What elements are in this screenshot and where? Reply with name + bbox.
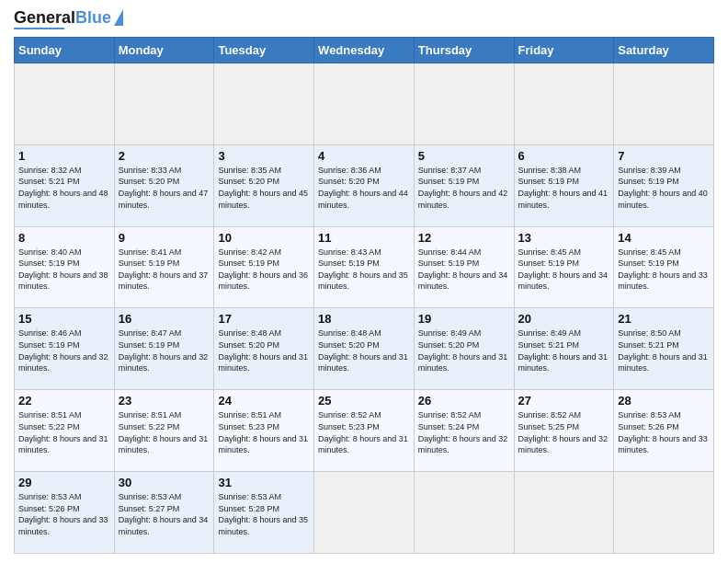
calendar-cell: 31Sunrise: 8:53 AMSunset: 5:28 PMDayligh… bbox=[214, 472, 314, 554]
calendar-cell: 1Sunrise: 8:32 AMSunset: 5:21 PMDaylight… bbox=[15, 144, 115, 226]
calendar-week-3: 15Sunrise: 8:46 AMSunset: 5:19 PMDayligh… bbox=[15, 308, 714, 390]
header: GeneralBlue bbox=[14, 9, 714, 29]
calendar-cell bbox=[514, 63, 614, 145]
calendar-cell: 14Sunrise: 8:45 AMSunset: 5:19 PMDayligh… bbox=[614, 226, 714, 308]
cell-details: Sunrise: 8:48 AMSunset: 5:20 PMDaylight:… bbox=[318, 328, 408, 373]
calendar-cell bbox=[414, 472, 514, 554]
calendar-cell: 18Sunrise: 8:48 AMSunset: 5:20 PMDayligh… bbox=[314, 308, 415, 390]
calendar-week-1: 1Sunrise: 8:32 AMSunset: 5:21 PMDaylight… bbox=[15, 144, 714, 226]
cell-details: Sunrise: 8:36 AMSunset: 5:20 PMDaylight:… bbox=[318, 166, 408, 210]
calendar-cell: 13Sunrise: 8:45 AMSunset: 5:19 PMDayligh… bbox=[514, 226, 614, 308]
calendar-cell: 7Sunrise: 8:39 AMSunset: 5:19 PMDaylight… bbox=[614, 144, 714, 226]
day-number: 20 bbox=[518, 312, 610, 326]
calendar-cell bbox=[15, 63, 115, 145]
day-number: 10 bbox=[218, 231, 310, 245]
day-number: 1 bbox=[18, 149, 110, 163]
calendar-cell bbox=[414, 63, 514, 145]
cell-details: Sunrise: 8:50 AMSunset: 5:21 PMDaylight:… bbox=[618, 328, 708, 373]
cell-details: Sunrise: 8:52 AMSunset: 5:25 PMDaylight:… bbox=[518, 410, 609, 454]
cell-details: Sunrise: 8:45 AMSunset: 5:19 PMDaylight:… bbox=[618, 247, 708, 292]
calendar-cell bbox=[214, 63, 314, 145]
cell-details: Sunrise: 8:52 AMSunset: 5:24 PMDaylight:… bbox=[418, 410, 508, 454]
calendar-cell bbox=[314, 63, 415, 145]
calendar-cell: 12Sunrise: 8:44 AMSunset: 5:19 PMDayligh… bbox=[414, 226, 514, 308]
day-number: 7 bbox=[618, 149, 710, 163]
day-number: 2 bbox=[119, 149, 210, 163]
calendar-cell: 6Sunrise: 8:38 AMSunset: 5:19 PMDaylight… bbox=[514, 144, 614, 226]
calendar-cell: 16Sunrise: 8:47 AMSunset: 5:19 PMDayligh… bbox=[114, 308, 214, 390]
cell-details: Sunrise: 8:49 AMSunset: 5:21 PMDaylight:… bbox=[518, 328, 609, 373]
calendar-cell bbox=[314, 472, 415, 554]
day-header-monday: Monday bbox=[114, 38, 214, 63]
calendar-cell: 4Sunrise: 8:36 AMSunset: 5:20 PMDaylight… bbox=[314, 144, 415, 226]
day-header-sunday: Sunday bbox=[15, 38, 115, 63]
calendar-cell: 20Sunrise: 8:49 AMSunset: 5:21 PMDayligh… bbox=[514, 308, 614, 390]
day-number: 18 bbox=[318, 312, 410, 326]
cell-details: Sunrise: 8:53 AMSunset: 5:26 PMDaylight:… bbox=[18, 492, 108, 536]
cell-details: Sunrise: 8:52 AMSunset: 5:23 PMDaylight:… bbox=[318, 410, 408, 454]
day-number: 26 bbox=[418, 394, 510, 408]
day-number: 12 bbox=[418, 231, 510, 245]
calendar-cell: 5Sunrise: 8:37 AMSunset: 5:19 PMDaylight… bbox=[414, 144, 514, 226]
calendar-cell: 23Sunrise: 8:51 AMSunset: 5:22 PMDayligh… bbox=[114, 390, 214, 472]
cell-details: Sunrise: 8:33 AMSunset: 5:20 PMDaylight:… bbox=[119, 166, 209, 210]
cell-details: Sunrise: 8:32 AMSunset: 5:21 PMDaylight:… bbox=[18, 166, 108, 210]
cell-details: Sunrise: 8:38 AMSunset: 5:19 PMDaylight:… bbox=[518, 166, 609, 210]
logo-triangle-icon bbox=[114, 9, 123, 26]
day-number: 19 bbox=[418, 312, 510, 326]
day-header-thursday: Thursday bbox=[414, 38, 514, 63]
day-number: 21 bbox=[618, 312, 710, 326]
cell-details: Sunrise: 8:40 AMSunset: 5:19 PMDaylight:… bbox=[18, 247, 108, 292]
cell-details: Sunrise: 8:49 AMSunset: 5:20 PMDaylight:… bbox=[418, 328, 508, 373]
calendar-cell: 15Sunrise: 8:46 AMSunset: 5:19 PMDayligh… bbox=[15, 308, 115, 390]
calendar-cell bbox=[114, 63, 214, 145]
day-number: 13 bbox=[518, 231, 610, 245]
day-number: 8 bbox=[18, 231, 110, 245]
calendar-cell: 8Sunrise: 8:40 AMSunset: 5:19 PMDaylight… bbox=[15, 226, 115, 308]
page: GeneralBlue SundayMondayTuesdayWednesday… bbox=[0, 0, 728, 563]
day-number: 27 bbox=[518, 394, 610, 408]
cell-details: Sunrise: 8:53 AMSunset: 5:28 PMDaylight:… bbox=[218, 492, 308, 536]
calendar-cell: 21Sunrise: 8:50 AMSunset: 5:21 PMDayligh… bbox=[614, 308, 714, 390]
calendar-cell: 3Sunrise: 8:35 AMSunset: 5:20 PMDaylight… bbox=[214, 144, 314, 226]
calendar-week-5: 29Sunrise: 8:53 AMSunset: 5:26 PMDayligh… bbox=[15, 472, 714, 554]
cell-details: Sunrise: 8:51 AMSunset: 5:22 PMDaylight:… bbox=[18, 410, 108, 454]
cell-details: Sunrise: 8:42 AMSunset: 5:19 PMDaylight:… bbox=[218, 247, 308, 292]
day-number: 9 bbox=[119, 231, 210, 245]
cell-details: Sunrise: 8:46 AMSunset: 5:19 PMDaylight:… bbox=[18, 328, 108, 373]
calendar-cell: 10Sunrise: 8:42 AMSunset: 5:19 PMDayligh… bbox=[214, 226, 314, 308]
calendar-table: SundayMondayTuesdayWednesdayThursdayFrid… bbox=[14, 37, 714, 554]
calendar-cell: 9Sunrise: 8:41 AMSunset: 5:19 PMDaylight… bbox=[114, 226, 214, 308]
calendar-cell: 2Sunrise: 8:33 AMSunset: 5:20 PMDaylight… bbox=[114, 144, 214, 226]
day-number: 22 bbox=[18, 394, 110, 408]
calendar-week-4: 22Sunrise: 8:51 AMSunset: 5:22 PMDayligh… bbox=[15, 390, 714, 472]
calendar-cell: 27Sunrise: 8:52 AMSunset: 5:25 PMDayligh… bbox=[514, 390, 614, 472]
day-number: 6 bbox=[518, 149, 610, 163]
day-header-wednesday: Wednesday bbox=[314, 38, 415, 63]
calendar-cell: 28Sunrise: 8:53 AMSunset: 5:26 PMDayligh… bbox=[614, 390, 714, 472]
day-number: 16 bbox=[119, 312, 210, 326]
calendar-cell bbox=[614, 472, 714, 554]
cell-details: Sunrise: 8:53 AMSunset: 5:27 PMDaylight:… bbox=[119, 492, 209, 536]
day-number: 28 bbox=[618, 394, 710, 408]
day-number: 15 bbox=[18, 312, 110, 326]
cell-details: Sunrise: 8:51 AMSunset: 5:22 PMDaylight:… bbox=[119, 410, 209, 454]
calendar-cell bbox=[514, 472, 614, 554]
cell-details: Sunrise: 8:45 AMSunset: 5:19 PMDaylight:… bbox=[518, 247, 609, 292]
calendar-cell: 11Sunrise: 8:43 AMSunset: 5:19 PMDayligh… bbox=[314, 226, 415, 308]
cell-details: Sunrise: 8:39 AMSunset: 5:19 PMDaylight:… bbox=[618, 166, 708, 210]
calendar-cell: 25Sunrise: 8:52 AMSunset: 5:23 PMDayligh… bbox=[314, 390, 415, 472]
calendar-cell: 24Sunrise: 8:51 AMSunset: 5:23 PMDayligh… bbox=[214, 390, 314, 472]
day-number: 14 bbox=[618, 231, 710, 245]
calendar-cell: 22Sunrise: 8:51 AMSunset: 5:22 PMDayligh… bbox=[15, 390, 115, 472]
day-number: 25 bbox=[318, 394, 410, 408]
day-header-tuesday: Tuesday bbox=[214, 38, 314, 63]
day-header-saturday: Saturday bbox=[614, 38, 714, 63]
logo: GeneralBlue bbox=[14, 9, 123, 29]
day-number: 24 bbox=[218, 394, 310, 408]
day-number: 3 bbox=[218, 149, 310, 163]
calendar-cell: 19Sunrise: 8:49 AMSunset: 5:20 PMDayligh… bbox=[414, 308, 514, 390]
calendar-header-row: SundayMondayTuesdayWednesdayThursdayFrid… bbox=[15, 38, 714, 63]
day-number: 30 bbox=[119, 476, 210, 489]
cell-details: Sunrise: 8:41 AMSunset: 5:19 PMDaylight:… bbox=[119, 247, 209, 292]
